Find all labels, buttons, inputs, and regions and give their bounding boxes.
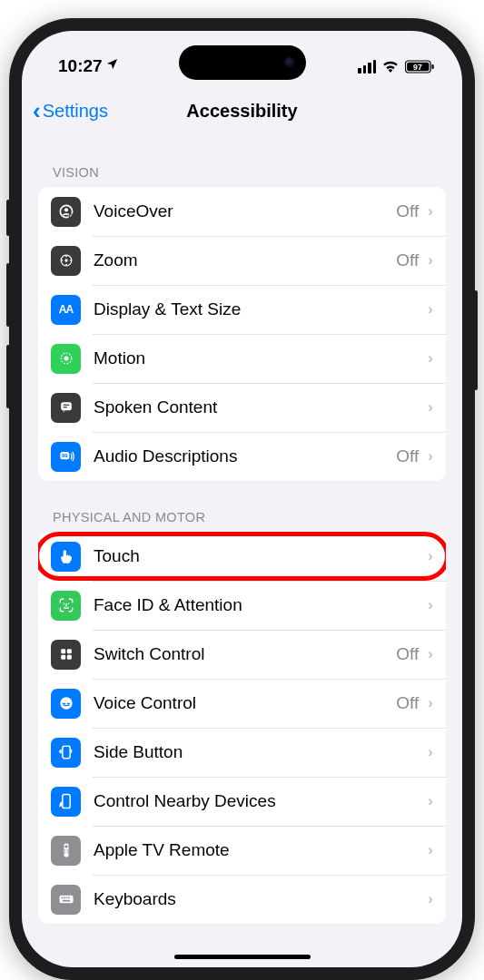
- row-value: Off: [396, 693, 419, 713]
- touch-icon: [51, 542, 81, 572]
- svg-rect-40: [68, 897, 70, 899]
- svg-point-12: [69, 260, 71, 261]
- chevron-right-icon: ›: [428, 349, 433, 368]
- chevron-right-icon: ›: [428, 547, 433, 565]
- svg-rect-37: [61, 897, 63, 899]
- power-button: [474, 290, 478, 390]
- svg-rect-27: [62, 746, 69, 758]
- svg-point-33: [66, 849, 67, 850]
- row-touch[interactable]: Touch ›: [38, 532, 446, 581]
- back-label: Settings: [43, 101, 108, 122]
- wifi-icon: [381, 60, 400, 73]
- svg-point-34: [64, 852, 65, 853]
- svg-point-32: [64, 849, 65, 850]
- row-control-nearby[interactable]: Control Nearby Devices ›: [38, 777, 446, 826]
- nearby-devices-icon: [51, 787, 81, 817]
- zoom-icon: [51, 246, 81, 276]
- phone-frame: 10:27 97: [9, 18, 475, 980]
- svg-point-10: [65, 264, 67, 266]
- svg-point-11: [61, 260, 63, 261]
- chevron-left-icon: ‹: [33, 99, 41, 122]
- volume-up-button: [6, 263, 10, 327]
- cellular-icon: [358, 60, 376, 74]
- row-label: Zoom: [94, 250, 396, 270]
- svg-rect-36: [59, 896, 73, 903]
- chevron-right-icon: ›: [428, 398, 433, 416]
- svg-rect-25: [66, 655, 71, 660]
- row-zoom[interactable]: Zoom Off ›: [38, 236, 446, 285]
- battery-icon: 97: [405, 60, 435, 74]
- svg-rect-2: [432, 64, 434, 68]
- chevron-right-icon: ›: [428, 202, 433, 220]
- group-physical: Touch › Face ID & Attention ›: [38, 532, 446, 924]
- svg-rect-24: [61, 655, 65, 660]
- row-label: Keyboards: [94, 889, 428, 909]
- location-icon: [105, 57, 119, 75]
- spoken-content-icon: [51, 393, 81, 423]
- row-voiceover[interactable]: VoiceOver Off ›: [38, 187, 446, 236]
- row-label: Control Nearby Devices: [94, 791, 428, 811]
- row-audio-descriptions[interactable]: 99 Audio Descriptions Off ›: [38, 432, 446, 481]
- row-value: Off: [396, 446, 419, 466]
- chevron-right-icon: ›: [428, 792, 433, 810]
- svg-text:99: 99: [62, 453, 68, 458]
- row-label: Audio Descriptions: [94, 446, 396, 466]
- section-header-vision: VISION: [38, 136, 446, 187]
- svg-point-8: [64, 259, 67, 261]
- switch-control-icon: [51, 640, 81, 670]
- section-header-physical: PHYSICAL AND MOTOR: [38, 481, 446, 532]
- row-display-text-size[interactable]: AA Display & Text Size ›: [38, 285, 446, 334]
- svg-text:97: 97: [413, 62, 422, 71]
- svg-rect-41: [62, 900, 69, 902]
- row-label: Spoken Content: [94, 397, 428, 417]
- chevron-right-icon: ›: [428, 841, 433, 859]
- row-motion[interactable]: Motion ›: [38, 334, 446, 383]
- row-face-id[interactable]: Face ID & Attention ›: [38, 581, 446, 630]
- svg-point-21: [67, 603, 69, 605]
- back-button[interactable]: ‹ Settings: [33, 99, 108, 122]
- row-label: Voice Control: [94, 693, 396, 713]
- home-indicator[interactable]: [174, 955, 311, 959]
- svg-rect-22: [61, 649, 65, 653]
- chevron-right-icon: ›: [428, 251, 433, 270]
- row-keyboards[interactable]: Keyboards ›: [38, 875, 446, 924]
- chevron-right-icon: ›: [428, 890, 433, 908]
- side-button-icon: [51, 738, 81, 768]
- voice-control-icon: [51, 689, 81, 719]
- row-label: VoiceOver: [94, 201, 396, 221]
- svg-point-26: [60, 697, 72, 709]
- row-side-button[interactable]: Side Button ›: [38, 728, 446, 777]
- audio-descriptions-icon: 99: [51, 442, 81, 472]
- page-title: Accessibility: [186, 101, 297, 122]
- svg-rect-16: [63, 405, 69, 406]
- row-label: Display & Text Size: [94, 299, 428, 319]
- row-switch-control[interactable]: Switch Control Off ›: [38, 630, 446, 679]
- chevron-right-icon: ›: [428, 300, 433, 318]
- svg-rect-15: [61, 402, 72, 410]
- chevron-right-icon: ›: [428, 645, 433, 663]
- row-spoken-content[interactable]: Spoken Content ›: [38, 383, 446, 432]
- svg-point-5: [64, 208, 67, 211]
- svg-rect-38: [64, 897, 65, 899]
- row-label: Apple TV Remote: [94, 840, 428, 860]
- svg-rect-29: [62, 795, 69, 808]
- chevron-right-icon: ›: [428, 596, 433, 614]
- volume-down-button: [6, 345, 10, 408]
- svg-rect-39: [65, 897, 67, 899]
- row-value: Off: [396, 201, 419, 221]
- row-label: Switch Control: [94, 644, 396, 664]
- row-apple-tv-remote[interactable]: Apple TV Remote ›: [38, 826, 446, 875]
- svg-rect-17: [63, 407, 66, 407]
- front-camera-icon: [284, 57, 295, 68]
- status-time: 10:27: [58, 56, 103, 76]
- motion-icon: [51, 344, 81, 374]
- row-voice-control[interactable]: Voice Control Off ›: [38, 679, 446, 728]
- svg-point-14: [64, 357, 68, 361]
- keyboards-icon: [51, 885, 81, 915]
- svg-point-35: [66, 852, 67, 853]
- voiceover-icon: [51, 197, 81, 227]
- navigation-bar: ‹ Settings Accessibility: [22, 85, 462, 136]
- row-label: Side Button: [94, 742, 428, 762]
- row-label: Face ID & Attention: [94, 595, 428, 615]
- svg-point-9: [65, 256, 67, 258]
